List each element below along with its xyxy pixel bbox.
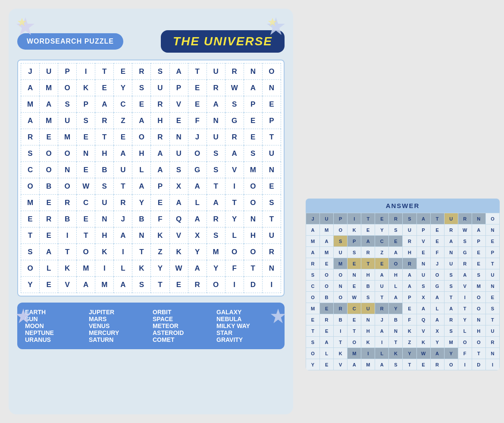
word-list-item: NEBULA <box>216 316 277 322</box>
grid-cell: H <box>95 145 114 162</box>
word-list-section: EARTHSUNMOONNEPTUNEURANUSJUPITERMARSVENU… <box>17 303 285 349</box>
grid-cell: S <box>262 195 281 211</box>
answer-grid-cell: A <box>375 325 389 337</box>
grid-cell: V <box>58 277 77 293</box>
grid-cell: S <box>169 162 188 178</box>
grid-cell: M <box>40 113 58 129</box>
grid-cell: S <box>132 277 151 293</box>
grid-cell: D <box>244 277 262 293</box>
answer-grid-cell: A <box>444 303 458 314</box>
answer-grid-cell: B <box>389 314 403 325</box>
answer-grid-cell: F <box>403 314 416 325</box>
grid-cell: J <box>21 63 40 80</box>
answer-grid-cell: E <box>472 258 485 269</box>
answer-grid-cell: S <box>389 359 403 370</box>
answer-grid-cell: F <box>458 348 472 359</box>
grid-cell: P <box>244 96 262 113</box>
answer-grid-cell: E <box>389 236 403 247</box>
answer-grid-cell: Z <box>375 247 389 258</box>
answer-grid-cell: B <box>361 281 375 292</box>
answer-grid-cell: M <box>361 359 375 370</box>
answer-grid-cell: T <box>361 258 375 269</box>
grid-cell: U <box>114 162 132 178</box>
grid-cell: S <box>244 145 262 162</box>
answer-grid-cell: E <box>416 359 430 370</box>
answer-grid-cell: O <box>320 281 334 292</box>
answer-grid-cell: U <box>361 303 375 314</box>
word-list-item: MILKY WAY <box>216 322 277 329</box>
word-list-item: GALAXY <box>216 309 277 316</box>
grid-cell: U <box>207 63 225 80</box>
answer-grid-cell: T <box>430 213 444 224</box>
answer-grid-cell: A <box>430 314 444 325</box>
answer-grid-cell: V <box>416 325 430 337</box>
grid-table: JUPITERSATURNOAMOKEYSUPERWANMASPACERVEAS… <box>21 63 281 293</box>
grid-cell: M <box>77 260 95 277</box>
answer-grid-cell: R <box>320 314 334 325</box>
grid-cell: E <box>169 277 188 293</box>
grid-cell: N <box>169 129 188 145</box>
grid-cell: A <box>207 96 225 113</box>
grid-cell: O <box>132 129 151 145</box>
answer-grid-cell: R <box>389 213 403 224</box>
grid-cell: T <box>21 227 40 244</box>
grid-cell: O <box>58 80 77 96</box>
answer-grid-cell: S <box>361 292 375 303</box>
grid-cell: A <box>95 96 114 113</box>
grid-cell: I <box>225 277 244 293</box>
word-list-item: VENUS <box>89 322 149 329</box>
answer-grid-cell: E <box>472 247 485 258</box>
answer-grid-cell: E <box>375 258 389 269</box>
answer-grid-cell: O <box>334 224 347 236</box>
grid-cell: N <box>77 145 95 162</box>
answer-grid-cell: U <box>485 269 499 281</box>
answer-grid-cell: H <box>472 325 485 337</box>
grid-cell: G <box>188 162 207 178</box>
grid-cell: Y <box>225 211 244 227</box>
answer-grid-cell: G <box>430 281 444 292</box>
answer-grid-cell: N <box>444 247 458 258</box>
answer-grid-cell: S <box>334 236 347 247</box>
answer-grid-cell: D <box>472 359 485 370</box>
grid-cell: I <box>225 178 244 195</box>
answer-grid-cell: R <box>458 258 472 269</box>
answer-grid-cell: R <box>403 236 416 247</box>
grid-cell: N <box>95 211 114 227</box>
answer-grid-cell: E <box>347 281 361 292</box>
grid-cell: K <box>132 260 151 277</box>
answer-grid-cell: L <box>320 348 334 359</box>
answer-grid-cell: N <box>347 269 361 281</box>
answer-grid-cell: P <box>403 292 416 303</box>
grid-cell: R <box>114 195 132 211</box>
answer-grid-cell: R <box>334 303 347 314</box>
grid-cell: A <box>132 178 151 195</box>
grid-cell: L <box>114 260 132 277</box>
star-top-right <box>264 15 288 43</box>
grid-cell: K <box>77 80 95 96</box>
grid-cell: W <box>77 178 95 195</box>
answer-grid-cell: P <box>347 236 361 247</box>
answer-grid-cell: C <box>375 236 389 247</box>
grid-cell: M <box>21 195 40 211</box>
grid-cell: E <box>77 129 95 145</box>
grid-cell: I <box>95 260 114 277</box>
answer-grid-cell: O <box>444 359 458 370</box>
answer-grid-cell: I <box>361 348 375 359</box>
answer-grid-cell: N <box>389 325 403 337</box>
answer-grid-cell: O <box>389 258 403 269</box>
answer-grid-cell: Y <box>458 314 472 325</box>
grid-cell: O <box>244 195 262 211</box>
grid-cell: S <box>58 96 77 113</box>
grid-cell: Y <box>114 80 132 96</box>
answer-grid-cell: T <box>444 292 458 303</box>
answer-grid-cell: Y <box>403 348 416 359</box>
answer-grid-cell: E <box>347 258 361 269</box>
answer-grid-cell: O <box>334 269 347 281</box>
answer-grid-cell: L <box>389 281 403 292</box>
grid-cell: O <box>244 244 262 260</box>
answer-grid-cell: R <box>430 359 444 370</box>
grid-cell: A <box>114 145 132 162</box>
grid-cell: V <box>225 162 244 178</box>
word-list-item: SPACE <box>153 316 213 322</box>
grid-cell: K <box>169 244 188 260</box>
